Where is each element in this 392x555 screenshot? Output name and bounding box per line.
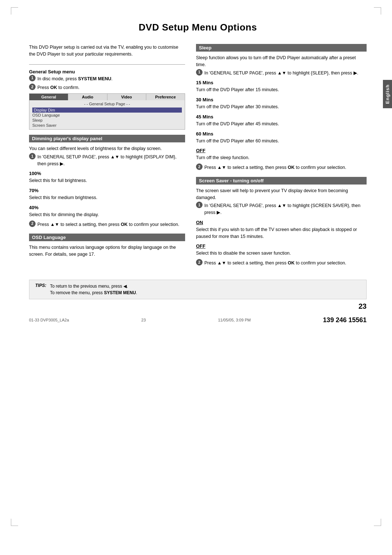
step2-ok-bold: OK	[50, 85, 57, 90]
sleep-15-text: Turn off the DVD Player after 15 minutes…	[196, 86, 367, 93]
tips-line1: To return to the previous menu, press ◀.	[50, 283, 137, 289]
dimming-step1: 1 In 'GENERAL SETUP PAGE', press ▲▼ to h…	[29, 154, 185, 167]
screen-saver-off-title: OFF	[196, 243, 367, 249]
screen-saver-on-text: Select this if you wish to turn off the …	[196, 226, 367, 240]
menu-item-osd-language: OSD Language	[32, 113, 182, 118]
tips-system-menu: SYSTEM MENU	[104, 290, 136, 295]
tab-general[interactable]: General	[29, 94, 68, 100]
page: English DVD Setup Menu Options This DVD …	[0, 0, 392, 555]
sleep-30-title: 30 Mins	[196, 97, 367, 102]
screen-saver-off-text: Select this to disable the screen saver …	[196, 250, 367, 257]
screen-saver-step2-circle: 2	[196, 259, 203, 266]
sleep-intro: Sleep function allows you to turn off th…	[196, 54, 367, 68]
step1-bold: SYSTEM MENU	[78, 76, 111, 81]
tips-label: TIPS:	[35, 283, 46, 288]
screen-saver-header: Screen Saver - turning on/off	[196, 177, 367, 185]
step2-circle: 2	[29, 84, 36, 90]
screen-saver-step1-text: In 'GENERAL SETUP PAGE', press ▲▼ to hig…	[204, 202, 367, 216]
option-100-title: 100%	[29, 171, 185, 176]
screen-saver-step1-circle: 1	[196, 202, 203, 208]
option-70-title: 70%	[29, 188, 185, 193]
corner-mark-tr	[374, 7, 381, 15]
osd-header: OSD Language	[29, 234, 185, 241]
dimming-step2-circle: 2	[29, 220, 36, 227]
step1-text: In disc mode, press SYSTEM MENU.	[37, 76, 113, 82]
screen-saver-step2: 2 Press ▲▼ to select a setting, then pre…	[196, 260, 367, 267]
dimming-intro: You can select different levels of brigh…	[29, 145, 185, 152]
menu-table-title: - - General Setup Page - -	[32, 102, 182, 106]
menu-item-sleep: Sleep	[32, 118, 182, 123]
menu-item-screen-saver: Screen Saver	[32, 123, 182, 128]
sleep-45-text: Turn off the DVD Player after 45 minutes…	[196, 121, 367, 127]
step2-text: Press OK to confirm.	[37, 84, 79, 91]
dimming-ok-bold: OK	[121, 222, 128, 227]
footer-right: 139 246 15561	[323, 316, 367, 324]
sleep-header: Sleep	[196, 44, 367, 52]
tips-line2: To remove the menu, press SYSTEM MENU.	[50, 289, 137, 296]
screen-saver-step1: 1 In 'GENERAL SETUP PAGE', press ▲▼ to h…	[196, 202, 367, 216]
sleep-30-text: Turn off the DVD Player after 30 minutes…	[196, 104, 367, 110]
menu-table: General Audio Video Preference - - Gener…	[29, 93, 185, 130]
step1-circle: 1	[29, 75, 36, 81]
screen-saver-ok-bold: OK	[288, 260, 295, 266]
sleep-step2: 2 Press ▲▼ to select a setting, then pre…	[196, 164, 367, 171]
screen-saver-intro: The screen saver will help to prevent yo…	[196, 187, 367, 201]
dimming-step1-circle: 1	[29, 153, 36, 159]
english-sidebar-label: English	[383, 80, 392, 108]
divider-1	[29, 64, 185, 65]
sleep-45-title: 45 Mins	[196, 114, 367, 119]
option-40-title: 40%	[29, 205, 185, 210]
option-40-text: Select this for dimming the display.	[29, 211, 185, 218]
footer-center-right: 11/05/05, 3:09 PM	[218, 318, 251, 322]
corner-mark-br	[374, 519, 381, 526]
sleep-60-text: Turn off the DVD Player after 60 minutes…	[196, 138, 367, 145]
tips-bar: TIPS: To return to the previous menu, pr…	[29, 280, 367, 299]
page-title: DVD Setup Menu Options	[29, 22, 367, 33]
dimming-header: Dimming player's display panel	[29, 135, 185, 142]
menu-table-body: - - General Setup Page - - Display Dim O…	[29, 100, 185, 129]
dimming-step2: 2 Press ▲▼ to select a setting, then pre…	[29, 221, 185, 228]
dimming-step1-text: In 'GENERAL SETUP PAGE', press ▲▼ to hig…	[37, 154, 185, 167]
corner-mark-tl	[11, 7, 18, 15]
sleep-off-title: OFF	[196, 148, 367, 153]
sleep-ok-bold: OK	[288, 165, 295, 170]
footer-center-left: 23	[141, 318, 146, 322]
sleep-step1: 1 In 'GENERAL SETUP PAGE', press ▲▼ to h…	[196, 70, 367, 77]
page-number: 23	[29, 302, 367, 311]
general-setup-header: General Setup menu	[29, 69, 185, 74]
dimming-step2-text: Press ▲▼ to select a setting, then press…	[37, 221, 179, 228]
main-content: This DVD Player setup is carried out via…	[29, 44, 367, 269]
general-setup-step2: 2 Press OK to confirm.	[29, 84, 185, 91]
sleep-step2-text: Press ▲▼ to select a setting, then press…	[204, 164, 346, 171]
option-70-text: Select this for medium brightness.	[29, 194, 185, 201]
sleep-step1-circle: 1	[196, 69, 203, 76]
sleep-step1-text: In 'GENERAL SETUP PAGE', press ▲▼ to hig…	[204, 70, 358, 77]
tab-preference[interactable]: Preference	[146, 94, 185, 100]
screen-saver-step2-text: Press ▲▼ to select a setting, then press…	[204, 260, 346, 267]
intro-text: This DVD Player setup is carried out via…	[29, 44, 185, 58]
corner-mark-bl	[11, 519, 18, 526]
osd-text: This menu contains various language opti…	[29, 244, 185, 258]
sleep-step2-circle: 2	[196, 163, 203, 170]
tips-content: To return to the previous menu, press ◀.…	[50, 283, 137, 296]
menu-item-display-dim: Display Dim	[32, 108, 182, 113]
left-column: This DVD Player setup is carried out via…	[29, 44, 185, 269]
general-setup-step1: 1 In disc mode, press SYSTEM MENU.	[29, 76, 185, 82]
option-100-text: Select this for full brightness.	[29, 177, 185, 184]
footer-left: 01-33 DVP3005_LA2a	[29, 318, 69, 322]
sleep-60-title: 60 Mins	[196, 131, 367, 137]
footer: 01-33 DVP3005_LA2a 23 11/05/05, 3:09 PM …	[29, 316, 367, 324]
sleep-15-title: 15 Mins	[196, 80, 367, 85]
right-column: Sleep Sleep function allows you to turn …	[196, 44, 367, 269]
menu-table-header: General Audio Video Preference	[29, 94, 185, 100]
sleep-off-text: Turn off the sleep function.	[196, 154, 367, 161]
tab-audio[interactable]: Audio	[68, 94, 107, 100]
tab-video[interactable]: Video	[107, 94, 146, 100]
screen-saver-on-title: ON	[196, 220, 367, 225]
